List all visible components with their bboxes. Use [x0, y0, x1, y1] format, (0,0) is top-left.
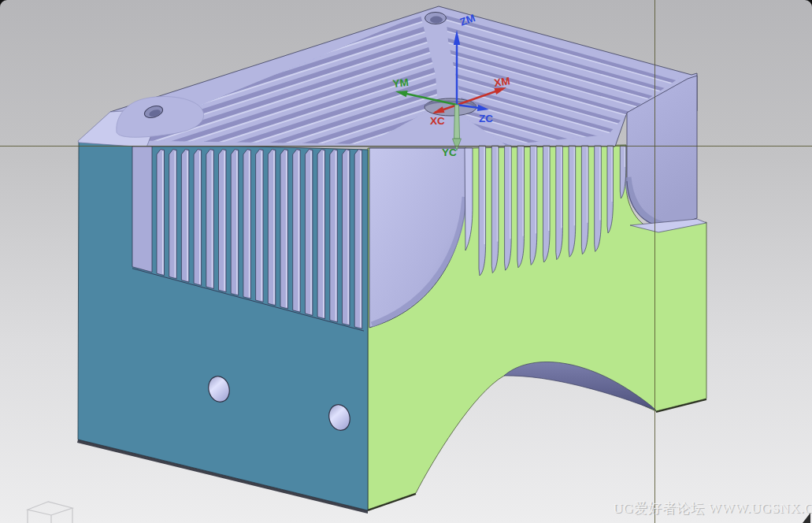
mcs-y-label: YM — [392, 76, 410, 90]
mcs-x-label: XM — [493, 75, 510, 89]
wcs-z-label: ZC — [479, 113, 493, 124]
wcs-x-label: XC — [430, 115, 445, 127]
vertex-counterbore — [425, 13, 447, 24]
nx-graphics-window[interactable]: XM YM ZM XC ZC YC UG爱好者论坛 WWW.UGSNX.COM … — [0, 0, 812, 523]
view-cube-icon[interactable] — [28, 502, 72, 523]
wcs-y-axis — [454, 105, 460, 139]
model-3d-view: XM YM ZM XC ZC YC UG爱好者论坛 WWW.UGSNX.COM … — [0, 0, 812, 523]
wcs-y-label: YC — [442, 147, 457, 158]
watermark: UG爱好者论坛 WWW.UGSNX.COM — [613, 500, 812, 516]
front-fin-post — [132, 147, 152, 273]
